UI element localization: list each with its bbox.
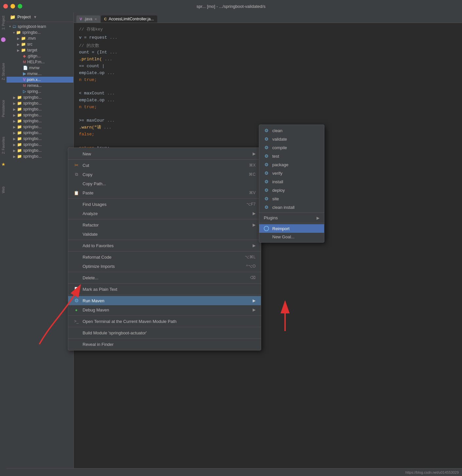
spring-icon: ▷: [23, 89, 26, 94]
list-item[interactable]: ▶📁springbo...: [7, 142, 73, 148]
menu-divider: [68, 283, 261, 284]
sidebar-item-project[interactable]: 1: Project: [2, 16, 5, 30]
sidebar-item-favorites[interactable]: 2: Favorites: [2, 137, 5, 154]
tree-item-springboot-main[interactable]: ▾ 📁 springbo...: [7, 30, 73, 35]
code-text: v = request: [79, 34, 107, 41]
status-url: https://blog.csdn.net/u014553029: [405, 470, 459, 474]
submenu-item-deploy[interactable]: ⚙ deploy: [259, 186, 324, 194]
menu-item-paste[interactable]: 📋 Paste ⌘V: [68, 188, 261, 197]
submenu-item-validate[interactable]: ⚙ validate: [259, 135, 324, 143]
tree-item-remea[interactable]: M remeа...: [7, 83, 73, 89]
submenu-label: site: [272, 196, 279, 201]
tree-item-spring[interactable]: ▷ spring...: [7, 89, 73, 94]
menu-item-reveal-finder[interactable]: Reveal in Finder: [68, 340, 261, 349]
menu-item-validate[interactable]: Validate: [68, 229, 261, 239]
close-button[interactable]: [3, 4, 8, 9]
tree-label: mvnw: [29, 66, 39, 70]
menu-item-new[interactable]: New ▶: [68, 149, 261, 158]
menu-item-copy-path[interactable]: Copy Path...: [68, 179, 261, 188]
tree-item-mvn[interactable]: ▶ 📁 .mvn: [7, 35, 73, 41]
reimport-icon: [264, 226, 269, 231]
tree-item-mvnw-cmd[interactable]: ▶ mvnw....: [7, 71, 73, 77]
menu-item-run-maven[interactable]: ⚙ Run Maven ▶: [68, 296, 261, 305]
menu-item-refactor[interactable]: Refactor ▶: [68, 220, 261, 229]
tab-java[interactable]: V .java ✕: [76, 15, 100, 23]
menu-item-delete[interactable]: Delete... ⌫: [68, 273, 261, 282]
submenu-item-new-goal[interactable]: New Goal...: [259, 233, 324, 241]
menu-item-build-module[interactable]: Build Module 'springboot-actuator': [68, 328, 261, 337]
tree-item-src[interactable]: ▶ 📁 src: [7, 41, 73, 47]
menu-divider: [68, 159, 261, 160]
tree-item-help[interactable]: M HELP.m...: [7, 59, 73, 65]
menu-item-add-favorites[interactable]: Add to Favorites ▶: [68, 241, 261, 250]
tree-root-label: springboot-learn: [18, 24, 46, 29]
panel-dropdown-icon[interactable]: ▾: [34, 15, 36, 19]
menu-item-copy[interactable]: ⧉ Copy ⌘C: [68, 170, 261, 179]
sidebar-item-persistence[interactable]: Persistence: [2, 100, 5, 117]
menu-item-cut[interactable]: ✂ Cut ⌘X: [68, 161, 261, 170]
folder-icon: 📁: [10, 14, 15, 20]
menu-divider: [68, 251, 261, 251]
menu-item-debug-maven[interactable]: ● Debug Maven ▶: [68, 305, 261, 314]
submenu-item-compile[interactable]: ⚙ compile: [259, 143, 324, 152]
list-item[interactable]: ▶📁springbo...: [7, 118, 73, 124]
submenu-label: compile: [272, 145, 287, 150]
list-item[interactable]: ▶📁springbo...: [7, 130, 73, 136]
submenu-item-site[interactable]: ⚙ site: [259, 194, 324, 203]
menu-item-mark-plain[interactable]: 📄 Mark as Plain Text: [68, 285, 261, 294]
submenu-item-install[interactable]: ⚙ install: [259, 177, 324, 186]
code-text: // 的次数: [79, 43, 99, 50]
code-text: false;: [79, 131, 94, 138]
list-item[interactable]: ▶📁springbo...: [7, 106, 73, 112]
menu-label: New: [83, 151, 91, 156]
list-item[interactable]: ▶📁springbo...: [7, 124, 73, 130]
submenu-label: clean: [272, 128, 282, 133]
submenu-item-plugins[interactable]: Plugins ▶: [259, 214, 324, 222]
gear-icon: ⚙: [264, 188, 269, 193]
submenu-item-clean-install[interactable]: ⚙ clean install: [259, 203, 324, 211]
list-item[interactable]: ▶📁springbo...: [7, 112, 73, 118]
minimize-button[interactable]: [10, 4, 15, 9]
menu-item-analyze[interactable]: Analyze ▶: [68, 209, 261, 218]
debug-icon: ●: [73, 307, 79, 313]
menu-divider: [68, 240, 261, 240]
tree-item-mvnw[interactable]: 📄 mvnw: [7, 65, 73, 71]
tree-root[interactable]: ▾ 🗂 springboot-learn: [7, 23, 73, 30]
tree-item-target[interactable]: ▶ 📁 target: [7, 47, 73, 53]
analyze-icon: [73, 210, 79, 216]
submenu-label: install: [272, 179, 283, 184]
submenu-label: package: [272, 162, 288, 167]
submenu-item-verify[interactable]: ⚙ verify: [259, 169, 324, 177]
menu-item-open-terminal[interactable]: >_ Open Terminal at the Current Maven Mo…: [68, 317, 261, 326]
shortcut-label: ⌘V: [249, 190, 256, 195]
tab-access-limit[interactable]: C AccessLimitController.ja...: [101, 15, 157, 23]
submenu-item-reimport[interactable]: Reimport: [259, 224, 324, 233]
sidebar-item-structure[interactable]: Z: Structure: [2, 63, 5, 80]
xml-icon: ▶: [23, 71, 26, 76]
list-item[interactable]: ▶📁springbo...: [7, 100, 73, 106]
menu-item-optimize[interactable]: Optimize Imports ^⌥O: [68, 262, 261, 271]
maximize-button[interactable]: [18, 4, 22, 9]
delete-icon: [73, 275, 79, 281]
folder-purple-icon: 📁: [16, 30, 21, 35]
tree-item-pom[interactable]: V pom.x...: [7, 77, 73, 83]
cut-icon: ✂: [73, 162, 79, 168]
menu-item-reformat[interactable]: Reformat Code ⌥⌘L: [68, 252, 261, 262]
folder-icon: 📁: [21, 36, 26, 41]
sidebar-item-web[interactable]: Web: [2, 187, 5, 193]
code-text: emplate.op: [79, 70, 105, 77]
gear-icon: ⚙: [264, 153, 269, 159]
tab-close-button[interactable]: ✕: [94, 17, 97, 21]
submenu-item-test[interactable]: ⚙ test: [259, 152, 324, 160]
tree-label: target: [27, 48, 37, 52]
menu-divider: [68, 295, 261, 295]
list-item[interactable]: ▶📁springbo...: [7, 94, 73, 100]
menu-item-find-usages[interactable]: Find Usages ⌥F7: [68, 200, 261, 209]
list-item[interactable]: ▶📁springbo...: [7, 136, 73, 142]
tree-label: src: [27, 42, 32, 47]
list-item[interactable]: ▶📁springbo...: [7, 148, 73, 153]
list-item[interactable]: ▶📁springbo...: [7, 153, 73, 159]
submenu-item-package[interactable]: ⚙ package: [259, 160, 324, 169]
submenu-item-clean[interactable]: ⚙ clean: [259, 126, 324, 135]
tree-item-gitignore[interactable]: ◆ .gitign...: [7, 53, 73, 59]
